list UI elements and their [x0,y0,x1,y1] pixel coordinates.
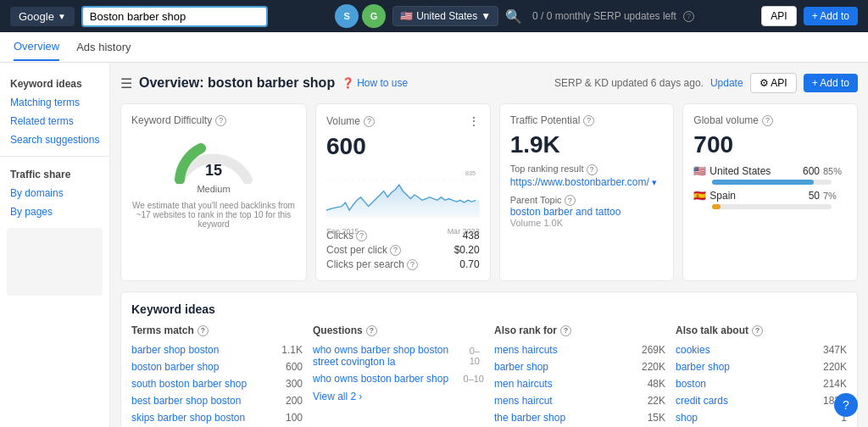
rank-link[interactable]: barber shop [494,361,548,373]
url-dropdown[interactable]: ▾ [652,177,657,187]
view-all-questions[interactable]: View all 2 › [313,391,484,402]
serp-help-icon[interactable]: ? [683,11,694,22]
cpc-help-icon[interactable]: ? [390,245,401,256]
top-ranking-help[interactable]: ? [587,164,598,175]
ideas-col-questions: Questions ? who owns barber shop boston … [313,324,484,426]
talk-count: 220K [823,361,847,373]
volume-more-icon[interactable]: ⋮ [468,114,480,128]
nav-ads-history[interactable]: Ads history [76,34,131,60]
talk-link[interactable]: credit cards [676,395,728,407]
ranking-url[interactable]: https://www.bostonbarber.com/ [510,176,649,188]
parent-topic-help[interactable]: ? [565,195,576,206]
rank-link[interactable]: the barber shop [494,412,565,424]
volume-metrics: Clicks ? 438 Cost per click ? $0.20 Clic… [326,230,480,270]
talk-count: 347K [823,344,847,356]
country-row-us: 🇺🇸 United States 600 85% [693,165,847,177]
sidebar-item-matching-terms[interactable]: Matching terms [0,93,109,112]
sidebar-keyword-ideas: Keyword ideas Matching terms Related ter… [0,73,109,149]
sidebar-item-search-suggestions[interactable]: Search suggestions [0,130,109,149]
list-item: barber shop 220K [494,358,665,375]
nav-overview[interactable]: Overview [14,33,59,61]
q-link[interactable]: who owns boston barber shop [313,373,448,385]
term-link[interactable]: best barber shop boston [131,395,241,407]
gv-help-icon[interactable]: ? [762,115,773,126]
rank-link[interactable]: mens haircut [494,395,553,407]
questions-title: Questions ? [313,324,484,336]
api-btn-header[interactable]: ⚙ API [750,73,797,93]
term-count: 600 [286,361,303,373]
parent-topic-link[interactable]: boston barber and tattoo [510,206,664,218]
page-header: ☰ Overview: boston barber shop ❓ How to … [120,73,858,93]
top-navigation: Google ▼ S G 🇺🇸 United States ▼ 🔍 0 / 0 … [0,0,868,32]
hamburger-icon[interactable]: ☰ [120,75,132,92]
talk-link[interactable]: boston [676,378,706,390]
dropdown-arrow: ▼ [58,12,66,21]
volume-help-icon[interactable]: ? [364,116,375,127]
parent-topic-label: Parent Topic ? [510,195,664,207]
search-icon[interactable]: 🔍 [505,8,522,25]
list-item: who owns barber shop boston street covin… [313,341,484,370]
term-link[interactable]: boston barber shop [131,361,219,373]
sidebar-traffic-share: Traffic share By domains By pages [0,164,109,221]
parent-volume: Volume 1.0K [510,218,664,228]
term-link[interactable]: barber shop boston [131,344,219,356]
list-item: barber shop 220K [676,358,847,375]
list-item: boston 214K [676,375,847,392]
ideas-col-terms-match: Terms match ? barber shop boston 1.1K bo… [131,324,303,426]
list-item: south boston barber shop 300 [131,375,303,392]
also-talk-help[interactable]: ? [752,325,763,336]
help-fab[interactable]: ? [834,393,858,417]
cps-value: 0.70 [454,258,480,270]
cards-row: Keyword Difficulty ? 15 Medium We estima… [120,103,858,281]
tp-help-icon[interactable]: ? [583,115,594,126]
page-title: Overview: boston barber shop [139,75,335,91]
es-bar-bg [712,204,832,209]
nav-right: API + Add to [761,6,858,26]
tp-value: 1.9K [510,131,664,158]
term-link[interactable]: skips barber shop boston [131,412,245,424]
talk-link[interactable]: barber shop [676,361,730,373]
list-item: boston barber shop 600 [131,358,303,375]
volume-chart: 835 Sep 2015 Mar 2023 [326,165,480,225]
sidebar-item-by-domains[interactable]: By domains [0,184,109,202]
gv-card-title: Global volume ? [693,114,847,126]
volume-value: 600 [326,133,480,160]
us-name: United States [709,165,803,177]
kd-help-icon[interactable]: ? [215,115,226,126]
talk-link[interactable]: shop [676,412,698,424]
us-pct: 85% [823,166,847,176]
global-countries: 🇺🇸 United States 600 85% 🇪🇸 Spain 50 [693,165,847,209]
term-link[interactable]: south boston barber shop [131,378,247,390]
cps-help-icon[interactable]: ? [407,259,418,270]
q-link[interactable]: who owns barber shop boston street covin… [313,344,470,368]
list-item: credit cards 183K [676,392,847,409]
es-name: Spain [709,190,808,202]
term-count: 300 [286,378,303,390]
main-content: ☰ Overview: boston barber shop ❓ How to … [110,63,868,427]
add-to-button[interactable]: + Add to [804,7,858,25]
google-dropdown[interactable]: Google ▼ [10,7,75,26]
gauge-svg: 15 [171,133,256,184]
also-rank-help[interactable]: ? [560,325,571,336]
ideas-grid: Terms match ? barber shop boston 1.1K bo… [131,324,847,426]
how-to-link[interactable]: ❓ How to use [342,77,408,89]
sidebar-item-by-pages[interactable]: By pages [0,202,109,221]
terms-match-help[interactable]: ? [198,325,209,336]
top-ranking-label: Top ranking result ? [510,164,664,175]
talk-link[interactable]: cookies [676,344,710,356]
country-selector[interactable]: 🇺🇸 United States ▼ [392,6,498,26]
cpc-label: Cost per click ? [326,244,452,256]
q-range: 0–10 [464,374,484,384]
global-volume-card: Global volume ? 700 🇺🇸 United States 600… [682,103,858,281]
questions-help[interactable]: ? [366,325,377,336]
gauge-desc: We estimate that you'll need backlinks f… [131,201,296,229]
update-link[interactable]: Update [710,77,743,89]
api-button[interactable]: API [761,6,796,26]
rank-count: 48K [648,378,665,390]
add-btn-header[interactable]: + Add to [804,74,858,92]
rank-link[interactable]: mens haircuts [494,344,558,356]
sidebar: Keyword ideas Matching terms Related ter… [0,63,110,427]
search-input[interactable] [90,10,259,23]
sidebar-item-related-terms[interactable]: Related terms [0,112,109,130]
rank-link[interactable]: men haircuts [494,378,553,390]
